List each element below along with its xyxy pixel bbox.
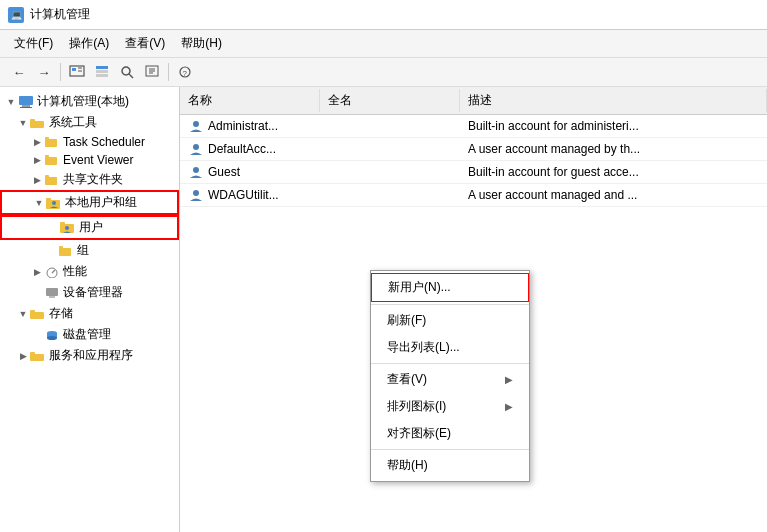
svg-rect-38 [30, 312, 44, 319]
cell-wdag-desc: A user account managed and ... [460, 186, 767, 204]
ctx-help-label: 帮助(H) [387, 457, 428, 474]
event-icon [44, 153, 60, 167]
ctx-sep-3 [371, 449, 529, 450]
ctx-arrange[interactable]: 排列图标(I) ▶ [371, 393, 529, 420]
ctx-new-user[interactable]: 新用户(N)... [371, 273, 529, 302]
menu-file[interactable]: 文件(F) [8, 33, 59, 54]
toolbar-forward[interactable]: → [33, 61, 55, 83]
svg-point-31 [65, 226, 69, 230]
tree-groups[interactable]: ▶ 组 [0, 240, 179, 261]
toolbar-btn-3[interactable] [116, 61, 138, 83]
tree-shared-folder[interactable]: ▶ 共享文件夹 [0, 169, 179, 190]
cell-wdag-fullname [320, 193, 460, 197]
svg-rect-16 [22, 105, 30, 107]
tree-system-tools-label: 系统工具 [49, 114, 97, 131]
cell-admin-desc: Built-in account for administeri... [460, 117, 767, 135]
ctx-view[interactable]: 查看(V) ▶ [371, 366, 529, 393]
svg-rect-36 [46, 288, 58, 296]
toolbar-btn-2[interactable] [91, 61, 113, 83]
title-bar: 💻 计算机管理 [0, 0, 767, 30]
expand-task: ▶ [30, 135, 44, 149]
tree-groups-label: 组 [77, 242, 89, 259]
ctx-refresh[interactable]: 刷新(F) [371, 307, 529, 334]
menu-help[interactable]: 帮助(H) [175, 33, 228, 54]
cell-admin-fullname [320, 124, 460, 128]
toolbar-help[interactable]: ? [174, 61, 196, 83]
list-header: 名称 全名 描述 [180, 87, 767, 115]
ctx-export[interactable]: 导出列表(L)... [371, 334, 529, 361]
toolbar-btn-4[interactable] [141, 61, 163, 83]
svg-point-42 [47, 336, 57, 340]
task-icon [44, 135, 60, 149]
expand-services: ▶ [16, 349, 30, 363]
tree-services-label: 服务和应用程序 [49, 347, 133, 364]
svg-rect-24 [45, 177, 57, 185]
expand-perf: ▶ [30, 265, 44, 279]
col-fullname[interactable]: 全名 [320, 89, 460, 112]
tree-local-users[interactable]: ▼ 本地用户和组 [0, 190, 179, 215]
cell-wdag-name: WDAGUtilit... [180, 186, 320, 204]
tree-root-label: 计算机管理(本地) [37, 93, 129, 110]
storage-icon [30, 307, 46, 321]
svg-rect-17 [20, 107, 32, 108]
toolbar-back[interactable]: ← [8, 61, 30, 83]
svg-point-7 [122, 67, 130, 75]
col-desc[interactable]: 描述 [460, 89, 767, 112]
tree-device-manager[interactable]: ▶ 设备管理器 [0, 282, 179, 303]
list-row-guest[interactable]: Guest Built-in account for guest acce... [180, 161, 767, 184]
tree-users[interactable]: ▶ 用户 [0, 215, 179, 240]
tree-pane: ▼ 计算机管理(本地) ▼ 系统工具 ▶ Task Scheduler ▶ [0, 87, 180, 532]
expand-local: ▼ [32, 196, 46, 210]
list-row-admin[interactable]: Administrat... Built-in account for admi… [180, 115, 767, 138]
list-row-wdag[interactable]: WDAGUtilit... A user account managed and… [180, 184, 767, 207]
expand-root: ▼ [4, 95, 18, 109]
ctx-help[interactable]: 帮助(H) [371, 452, 529, 479]
cell-default-fullname [320, 147, 460, 151]
toolbar-sep-2 [168, 63, 169, 81]
svg-rect-44 [30, 352, 35, 355]
tree-storage[interactable]: ▼ 存储 [0, 303, 179, 324]
tree-disk-mgmt[interactable]: ▶ 磁盘管理 [0, 324, 179, 345]
svg-point-28 [52, 201, 56, 205]
svg-rect-1 [72, 68, 76, 71]
svg-line-35 [52, 270, 55, 273]
ctx-view-label: 查看(V) [387, 371, 427, 388]
list-row-default[interactable]: DefaultAcc... A user account managed by … [180, 138, 767, 161]
perf-icon [44, 265, 60, 279]
cell-guest-fullname [320, 170, 460, 174]
svg-rect-27 [46, 198, 51, 202]
context-menu: 新用户(N)... 刷新(F) 导出列表(L)... 查看(V) ▶ 排列图标(… [370, 270, 530, 482]
menu-view[interactable]: 查看(V) [119, 33, 171, 54]
svg-rect-37 [49, 296, 55, 298]
tree-task-scheduler[interactable]: ▶ Task Scheduler [0, 133, 179, 151]
ctx-new-user-label: 新用户(N)... [388, 279, 451, 296]
cell-default-name: DefaultAcc... [180, 140, 320, 158]
ctx-refresh-label: 刷新(F) [387, 312, 426, 329]
tree-event-viewer[interactable]: ▶ Event Viewer [0, 151, 179, 169]
local-users-icon [46, 196, 62, 210]
ctx-export-label: 导出列表(L)... [387, 339, 460, 356]
col-name[interactable]: 名称 [180, 89, 320, 112]
toolbar-btn-1[interactable] [66, 61, 88, 83]
svg-line-8 [129, 74, 133, 78]
shared-icon [44, 173, 60, 187]
svg-rect-4 [96, 66, 108, 69]
cell-guest-desc: Built-in account for guest acce... [460, 163, 767, 181]
tree-system-tools[interactable]: ▼ 系统工具 [0, 112, 179, 133]
svg-rect-19 [30, 119, 35, 122]
app-title: 计算机管理 [30, 6, 90, 23]
ctx-align[interactable]: 对齐图标(E) [371, 420, 529, 447]
computer-icon [18, 95, 34, 109]
svg-rect-6 [96, 74, 108, 77]
tree-performance[interactable]: ▶ 性能 [0, 261, 179, 282]
svg-rect-33 [59, 246, 63, 249]
toolbar-sep-1 [60, 63, 61, 81]
tree-root[interactable]: ▼ 计算机管理(本地) [0, 91, 179, 112]
svg-point-46 [193, 144, 199, 150]
svg-point-47 [193, 167, 199, 173]
tree-services[interactable]: ▶ 服务和应用程序 [0, 345, 179, 366]
svg-rect-39 [30, 310, 35, 313]
svg-rect-25 [45, 175, 49, 178]
menu-action[interactable]: 操作(A) [63, 33, 115, 54]
tree-task-label: Task Scheduler [63, 135, 145, 149]
